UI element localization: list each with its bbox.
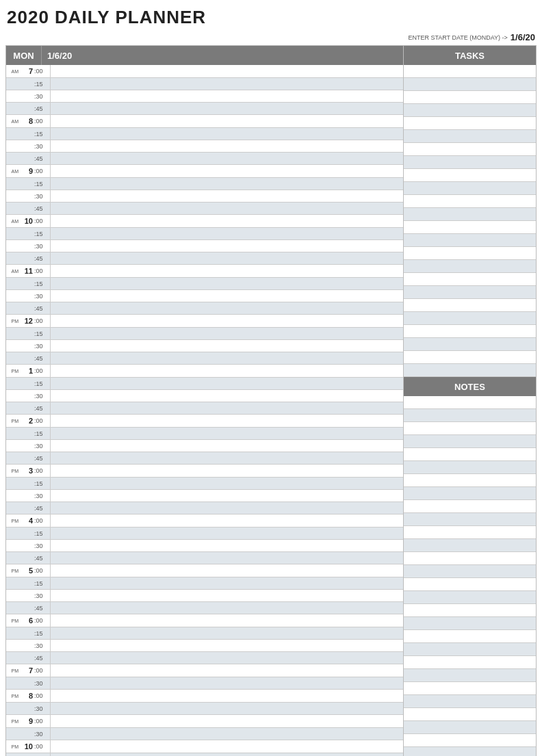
time-row[interactable]: :45 — [6, 452, 403, 465]
time-row[interactable]: :45 — [6, 302, 403, 315]
task-row[interactable] — [404, 260, 536, 273]
note-row[interactable] — [404, 630, 536, 643]
time-block-area[interactable] — [50, 627, 403, 639]
task-row[interactable] — [404, 182, 536, 195]
time-row[interactable]: :45 — [6, 352, 403, 365]
task-row[interactable] — [404, 169, 536, 182]
time-block-area[interactable] — [50, 490, 403, 501]
note-row[interactable] — [404, 396, 536, 409]
time-row[interactable]: AM8:00 — [6, 115, 403, 128]
time-row[interactable]: :45 — [6, 252, 403, 265]
time-block-area[interactable] — [50, 290, 403, 302]
time-block-area[interactable] — [50, 328, 403, 339]
note-row[interactable] — [404, 552, 536, 565]
time-row[interactable]: :15 — [6, 478, 403, 490]
time-block-area[interactable] — [50, 215, 403, 227]
time-block-area[interactable] — [50, 652, 403, 664]
time-block-area[interactable] — [50, 65, 403, 77]
time-row[interactable]: :30 — [6, 140, 403, 153]
note-row[interactable] — [404, 617, 536, 630]
time-row[interactable]: :45 — [6, 402, 403, 415]
note-row[interactable] — [404, 526, 536, 539]
time-block-area[interactable] — [50, 252, 403, 264]
note-row[interactable] — [404, 604, 536, 617]
time-block-area[interactable] — [50, 153, 403, 164]
time-row[interactable]: :30 — [6, 703, 403, 715]
time-block-area[interactable] — [50, 103, 403, 114]
task-row[interactable] — [404, 364, 536, 377]
start-date-value[interactable]: 1/6/20 — [511, 32, 535, 42]
time-block-area[interactable] — [50, 502, 403, 514]
time-block-area[interactable] — [50, 540, 403, 551]
task-row[interactable] — [404, 247, 536, 260]
task-row[interactable] — [404, 78, 536, 91]
time-block-area[interactable] — [50, 465, 403, 477]
time-row[interactable]: AM7:00 — [6, 65, 403, 78]
time-row[interactable]: AM11:00 — [6, 265, 403, 278]
time-block-area[interactable] — [50, 728, 403, 740]
time-row[interactable]: :30 — [6, 190, 403, 203]
note-row[interactable] — [404, 682, 536, 695]
time-row[interactable]: :45 — [6, 103, 403, 115]
note-row[interactable] — [404, 734, 536, 747]
time-row[interactable]: PM2:00 — [6, 415, 403, 428]
note-row[interactable] — [404, 669, 536, 682]
time-block-area[interactable] — [50, 240, 403, 252]
time-block-area[interactable] — [50, 352, 403, 364]
time-row[interactable]: :45 — [6, 552, 403, 564]
task-row[interactable] — [404, 143, 536, 156]
time-block-area[interactable] — [50, 478, 403, 489]
time-row[interactable]: :30 — [6, 390, 403, 402]
time-block-area[interactable] — [50, 165, 403, 177]
task-row[interactable] — [404, 312, 536, 325]
time-block-area[interactable] — [50, 590, 403, 601]
time-block-area[interactable] — [50, 753, 403, 756]
note-row[interactable] — [404, 461, 536, 474]
time-row[interactable]: :45 — [6, 153, 403, 165]
note-row[interactable] — [404, 435, 536, 448]
task-row[interactable] — [404, 299, 536, 312]
time-block-area[interactable] — [50, 78, 403, 90]
time-row[interactable]: :45 — [6, 652, 403, 664]
time-row[interactable]: :45 — [6, 602, 403, 614]
time-row[interactable]: :45 — [6, 203, 403, 215]
time-block-area[interactable] — [50, 178, 403, 190]
time-row[interactable]: :30 — [6, 590, 403, 602]
time-block-area[interactable] — [50, 265, 403, 277]
time-block-area[interactable] — [50, 415, 403, 427]
time-row[interactable]: :15 — [6, 128, 403, 140]
time-row[interactable]: PM7:00 — [6, 664, 403, 677]
time-row[interactable]: :30 — [6, 728, 403, 740]
task-row[interactable] — [404, 351, 536, 364]
time-block-area[interactable] — [50, 614, 403, 627]
time-row[interactable]: :30 — [6, 90, 403, 103]
time-row[interactable]: :15 — [6, 278, 403, 290]
note-row[interactable] — [404, 448, 536, 461]
time-block-area[interactable] — [50, 302, 403, 314]
time-row[interactable]: :15 — [6, 577, 403, 590]
time-block-area[interactable] — [50, 664, 403, 677]
time-block-area[interactable] — [50, 564, 403, 577]
task-row[interactable] — [404, 117, 536, 130]
task-row[interactable] — [404, 234, 536, 247]
time-block-area[interactable] — [50, 640, 403, 651]
time-block-area[interactable] — [50, 402, 403, 414]
time-row[interactable]: PM6:00 — [6, 614, 403, 627]
time-row[interactable]: PM3:00 — [6, 465, 403, 478]
task-row[interactable] — [404, 338, 536, 351]
time-row[interactable]: AM10:00 — [6, 215, 403, 228]
time-row[interactable]: :30 — [6, 640, 403, 652]
time-block-area[interactable] — [50, 140, 403, 152]
note-row[interactable] — [404, 539, 536, 552]
task-row[interactable] — [404, 221, 536, 234]
time-block-area[interactable] — [50, 715, 403, 727]
time-row[interactable]: :15 — [6, 378, 403, 390]
time-block-area[interactable] — [50, 340, 403, 352]
time-block-area[interactable] — [50, 440, 403, 452]
time-row[interactable]: :30 — [6, 753, 403, 756]
time-row[interactable]: PM9:00 — [6, 715, 403, 728]
time-block-area[interactable] — [50, 428, 403, 439]
time-block-area[interactable] — [50, 390, 403, 402]
note-row[interactable] — [404, 591, 536, 604]
note-row[interactable] — [404, 578, 536, 591]
